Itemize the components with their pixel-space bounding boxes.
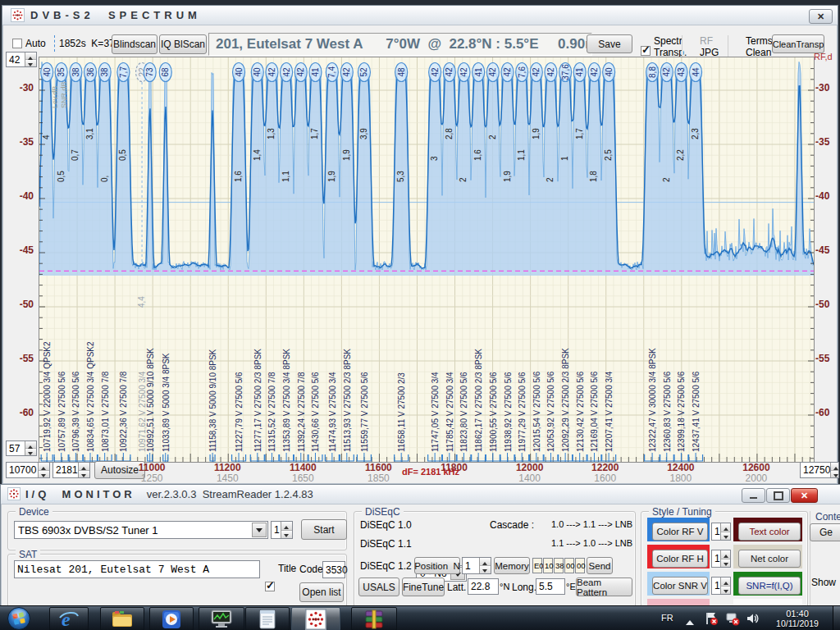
language-indicator[interactable]: FR	[661, 613, 673, 623]
taskbar-item-winrar[interactable]	[351, 607, 397, 630]
svg-text:2,8: 2,8	[445, 128, 454, 139]
freq-end-spinner[interactable]: 12750	[800, 462, 839, 478]
level-bottom-spinner[interactable]: 57	[6, 441, 37, 456]
svg-text:Lev,dB: Lev,dB	[51, 86, 59, 108]
y-tick-label: -30	[7, 82, 34, 94]
cleantransp-button[interactable]: CleanTransp	[772, 34, 824, 53]
title-checkbox[interactable]	[265, 582, 275, 591]
level-top-spinner[interactable]: 42	[6, 52, 37, 67]
if-tick-label: 1600	[579, 472, 632, 484]
freq-start-spinner[interactable]: 10700	[6, 462, 50, 478]
svg-text:2: 2	[459, 177, 468, 182]
start-button[interactable]	[7, 606, 31, 630]
tray-expand-icon[interactable]	[686, 616, 694, 625]
position-button[interactable]: Position N	[414, 557, 460, 574]
save-button[interactable]: Save	[587, 34, 632, 53]
transponder-label: 10873,01 V 27500 7/8	[101, 371, 110, 452]
taskbar-item-spectrum-app[interactable]	[291, 607, 340, 630]
svg-text:0,: 0,	[100, 176, 109, 182]
code-input[interactable]: 3530	[322, 561, 345, 578]
frequency-axis-bar: 10700 2181 Autosize 11000125011200145011…	[2, 459, 838, 484]
tuner-select[interactable]: TBS 6903x DVBS/S2 Tuner 1	[14, 521, 268, 539]
taskbar-item-notepad[interactable]	[245, 607, 290, 630]
transponder-label: 11658,11 V 27500 2/3	[397, 372, 406, 452]
usals-button[interactable]: USALS	[358, 578, 399, 596]
if-tick-label: 1850	[352, 472, 404, 484]
svg-text:2: 2	[546, 177, 555, 182]
style-index-spinner[interactable]: 1	[711, 523, 731, 541]
start-button[interactable]: Start	[301, 519, 347, 540]
style-index-spinner[interactable]: 1	[711, 550, 731, 568]
taskbar-item-ie[interactable]: e	[49, 607, 89, 630]
color-option-button[interactable]: Net color	[738, 550, 801, 568]
memory-byte-input[interactable]: 38	[554, 558, 564, 573]
terms-label: Terms	[746, 35, 773, 47]
winrar-icon	[363, 609, 385, 630]
position-spinner[interactable]: 1	[462, 557, 491, 574]
svg-text:41: 41	[575, 67, 584, 77]
transponder-label: 11430,66 V 27500 5/6	[311, 372, 320, 452]
auto-checkbox[interactable]	[12, 39, 22, 48]
spectrum-titlebar[interactable]: DVB-S2 SPECTRUM ✕	[2, 6, 838, 25]
finetune-button[interactable]: FineTune	[402, 578, 445, 596]
send-button[interactable]: Send	[587, 557, 613, 574]
svg-text:40: 40	[43, 67, 52, 77]
close-icon[interactable]: ✕	[791, 488, 818, 503]
color-button[interactable]: Color RF V	[652, 523, 708, 541]
show-desktop-button[interactable]	[833, 606, 840, 630]
freq-tick-label: 11000	[126, 462, 178, 473]
taskbar-item-media-player[interactable]	[149, 607, 194, 630]
svg-text:42: 42	[445, 67, 454, 77]
memory-byte-input[interactable]: 00	[575, 558, 585, 573]
network-status-icon[interactable]	[725, 611, 740, 626]
spectrum-plot[interactable]: 40410719,92 V 22000 3/4 QPSK2350,510757,…	[39, 57, 815, 463]
color-button[interactable]: Color RF H	[652, 550, 708, 568]
color-button[interactable]: Color SNR V	[652, 577, 708, 595]
clock[interactable]: 01:40 10/11/2019	[766, 609, 829, 628]
sat-name-input[interactable]: Nilesat 201, Eutelsat 7 West A	[14, 560, 260, 578]
color-option-button[interactable]: Text color	[738, 523, 801, 541]
beam-pattern-button[interactable]: Beam Pattern	[576, 578, 632, 596]
open-list-button[interactable]: Open list	[299, 582, 344, 602]
svg-text:1,9: 1,9	[532, 128, 541, 139]
y-tick-label: -45	[7, 244, 34, 256]
y-tick-label: -60	[7, 407, 34, 418]
app-icon	[7, 487, 21, 500]
memory-button[interactable]: Memory	[494, 557, 530, 574]
color-option-button[interactable]: SNR=f(I,Q)	[738, 577, 801, 595]
svg-text:1,7: 1,7	[575, 128, 584, 139]
maximize-icon[interactable]	[766, 488, 790, 503]
rf-label: RF	[700, 35, 713, 47]
transponder-label: 11315,52 V 27500 7/8	[267, 372, 276, 452]
transponder-label: 11559,77 V 27500 5/6	[360, 372, 369, 452]
chevron-down-icon[interactable]	[252, 523, 267, 537]
memory-byte-input[interactable]: 00	[564, 558, 574, 573]
freq-step-spinner[interactable]: 2181	[52, 462, 90, 478]
svg-text:73: 73	[145, 67, 154, 77]
svg-text:38: 38	[71, 67, 80, 77]
transponder-label: 11392,24 V 27500 7/8	[297, 372, 306, 452]
memory-byte-input[interactable]: E0	[532, 558, 542, 573]
media-player-icon	[161, 609, 182, 630]
style-index-spinner[interactable]: 1	[711, 577, 731, 595]
taskbar-item-explorer[interactable]	[100, 607, 144, 630]
taskbar-item-monitor-app[interactable]	[199, 607, 244, 630]
get-button[interactable]: Ge	[810, 523, 840, 541]
iq-titlebar[interactable]: I/Q MONITOR ver.2.3.0.3 StreamReader 1.2…	[1, 485, 840, 504]
speaker-icon[interactable]	[746, 611, 760, 626]
blindscan-button[interactable]: Blindscan	[112, 34, 158, 54]
longitude-input[interactable]: 5.5	[536, 578, 565, 595]
svg-text:e: e	[62, 609, 71, 630]
tuner-index-spinner[interactable]: 1	[271, 521, 293, 539]
spectr-checkbox[interactable]	[641, 46, 651, 56]
close-icon[interactable]: ✕	[809, 9, 833, 24]
freq-tick-label: 12200	[579, 462, 632, 473]
action-center-flag-icon[interactable]	[704, 611, 719, 626]
latitude-input[interactable]: 22.8	[468, 578, 499, 595]
minimize-icon[interactable]	[742, 488, 765, 503]
transponder-label: 11158,38 V 5000 9/10 8PSK	[208, 349, 217, 452]
iq-blscan-button[interactable]: IQ BlScan	[159, 34, 207, 54]
svg-text:42: 42	[282, 67, 291, 77]
svg-text:0,7: 0,7	[71, 149, 80, 161]
memory-byte-input[interactable]: 10	[543, 558, 553, 573]
